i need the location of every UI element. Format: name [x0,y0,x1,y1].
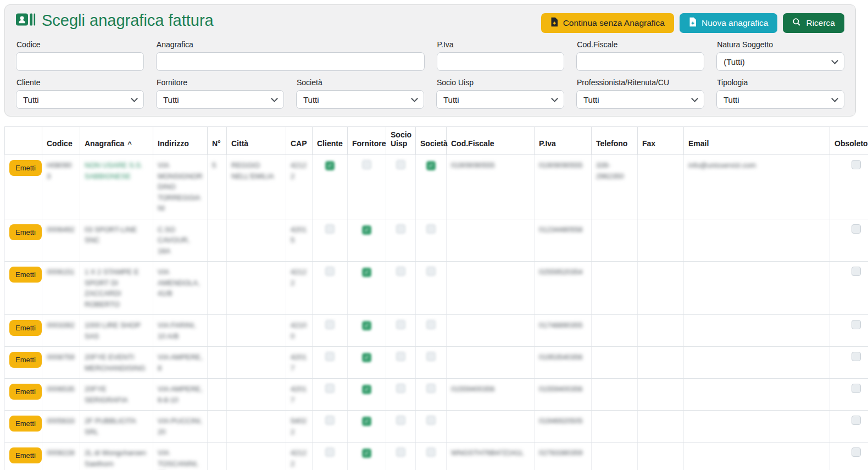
continua-senza-anagrafica-button[interactable]: Continua senza Anagrafica [541,13,674,33]
select-value: Tutti [724,95,739,104]
fornitore-checkbox[interactable] [362,225,371,235]
column-header-email[interactable]: Email [684,127,830,155]
societa-checkbox[interactable] [426,320,436,329]
column-header-anagrafica[interactable]: Anagrafica^ [80,127,153,155]
societa-checkbox[interactable] [426,384,436,393]
filter-field-societ-: SocietàTutti [296,78,424,109]
obsoleto-checkbox[interactable] [852,384,861,393]
column-header-cliente[interactable]: Cliente [313,127,348,155]
column-header-cap[interactable]: CAP [286,127,313,155]
emetti-button[interactable]: Emetti [9,447,42,463]
cliente-checkbox[interactable] [325,352,335,361]
cell-p-iva: 01953540356 [539,353,583,361]
cell-cod-fiscale: 01909090555 [451,161,495,169]
cliente-checkbox[interactable] [325,384,335,393]
societa-checkbox[interactable] [426,267,436,276]
ricerca-button[interactable]: Ricerca [783,13,844,33]
fornitore-checkbox[interactable] [362,417,371,426]
cell-p-iva: 02559520354 [539,268,583,276]
societa-checkbox[interactable] [426,161,436,170]
socio-uisp-checkbox[interactable] [396,320,405,329]
column-header-obsoleto[interactable]: Obsoleto [830,127,868,155]
column-header-telefono[interactable]: Telefono [592,127,638,155]
cliente-checkbox[interactable] [325,161,335,170]
column-header-n[interactable]: N° [208,127,227,155]
socio-uisp-checkbox[interactable] [396,352,405,361]
natura-soggetto-select[interactable]: (Tutti) [716,52,844,71]
cliente-checkbox[interactable] [325,267,335,276]
cliente-checkbox[interactable] [325,416,335,425]
emetti-button[interactable]: Emetti [9,352,42,368]
obsoleto-checkbox[interactable] [852,224,861,234]
fornitore-checkbox[interactable] [362,449,371,458]
cell-codice: 0008759 [47,353,75,361]
filter-label: Professionista/Ritenuta/CU [577,78,704,87]
societa-checkbox[interactable] [426,352,436,361]
codice-input[interactable] [16,52,144,71]
socio-uisp-select[interactable]: Tutti [436,90,564,109]
column-header-fornitore[interactable]: Fornitore [348,127,386,155]
obsoleto-checkbox[interactable] [852,416,861,425]
column-header-fax[interactable]: Fax [638,127,684,155]
column-header-indirizzo[interactable]: Indirizzo [153,127,208,155]
emetti-button[interactable]: Emetti [9,320,42,336]
column-header-citta[interactable]: Città [227,127,286,155]
column-header-societa[interactable]: Società [416,127,447,155]
cell-anagrafica[interactable]: NON USARE S.S. SABBIONESE [85,161,142,180]
societa-checkbox[interactable] [426,224,436,234]
nuova-anagrafica-button[interactable]: Nuova anagrafica [680,13,778,33]
obsoleto-checkbox[interactable] [852,160,861,169]
cell-codice: 0005633 [47,417,75,425]
cliente-checkbox[interactable] [325,224,335,234]
emetti-button[interactable]: Emetti [9,384,42,400]
obsoleto-checkbox[interactable] [852,352,861,361]
cliente-select[interactable]: Tutti [16,90,144,109]
select-value: Tutti [583,95,599,104]
emetti-button[interactable]: Emetti [9,267,42,283]
column-header-p_iva[interactable]: P.Iva [535,127,592,155]
obsoleto-checkbox[interactable] [852,447,861,457]
cell-anagrafica: 1 X 2 STAMPE E SPORT DI ZACCARDI ROBERTO [85,268,139,308]
emetti-button[interactable]: Emetti [9,416,42,432]
table-header-row: CodiceAnagrafica^IndirizzoN°CittàCAPClie… [5,127,868,155]
cod-fiscale-input[interactable] [576,52,704,71]
obsoleto-checkbox[interactable] [852,267,861,276]
societ--select[interactable]: Tutti [296,90,424,109]
socio-uisp-checkbox[interactable] [396,416,405,425]
anagrafica-input[interactable] [156,52,425,71]
socio-uisp-checkbox[interactable] [396,224,405,234]
fornitore-checkbox[interactable] [362,160,371,169]
cell-codice: 0006492 [47,225,75,234]
socio-uisp-checkbox[interactable] [396,447,405,457]
cell-indirizzo: VIA PUCCINI, 20 [158,417,202,436]
column-header-socio_uisp[interactable]: Socio Uisp [386,127,416,155]
emetti-button[interactable]: Emetti [9,224,42,240]
anagrafiche-table: CodiceAnagrafica^IndirizzoN°CittàCAPClie… [4,126,868,470]
socio-uisp-checkbox[interactable] [396,160,405,169]
cliente-checkbox[interactable] [325,320,335,329]
obsoleto-checkbox[interactable] [852,320,861,329]
select-value: Tutti [443,95,459,104]
fornitore-checkbox[interactable] [362,268,371,277]
societa-checkbox[interactable] [426,416,436,425]
cell-cap: 42122 [291,161,307,180]
professionista-ritenuta-cu-select[interactable]: Tutti [576,90,704,109]
cell-p-iva: 02783380359 [539,449,583,457]
p-iva-input[interactable] [437,52,565,71]
fornitore-select[interactable]: Tutti [156,90,284,109]
search-icon [792,18,801,29]
fornitore-checkbox[interactable] [362,321,371,330]
tipologia-select[interactable]: Tutti [716,90,844,109]
cell-cap: 42017 [291,385,307,404]
column-header-cod_fiscale[interactable]: Cod.Fiscale [447,127,535,155]
table-row: Emetti00061511 X 2 STAMPE E SPORT DI ZAC… [5,262,868,315]
emetti-button[interactable]: Emetti [9,160,42,176]
fornitore-checkbox[interactable] [362,385,371,394]
socio-uisp-checkbox[interactable] [396,384,405,393]
societa-checkbox[interactable] [426,447,436,457]
column-header-codice[interactable]: Codice [42,127,80,155]
chevron-down-icon [831,95,838,102]
socio-uisp-checkbox[interactable] [396,267,405,276]
fornitore-checkbox[interactable] [362,353,371,362]
cliente-checkbox[interactable] [325,447,335,457]
